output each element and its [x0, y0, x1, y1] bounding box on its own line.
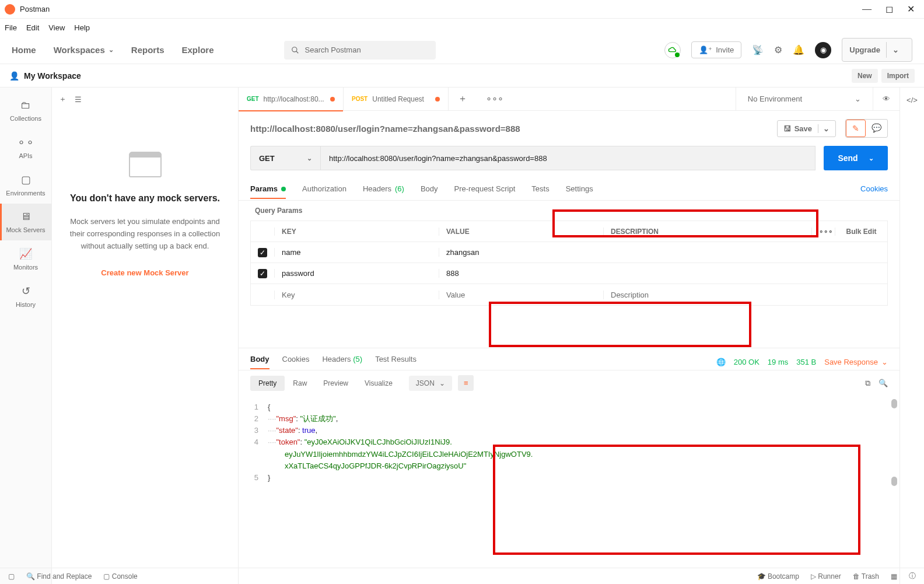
- nav-reports[interactable]: Reports: [131, 45, 164, 55]
- global-search[interactable]: Search Postman: [284, 41, 436, 60]
- bootcamp-button[interactable]: 🎓 Bootcamp: [757, 572, 799, 580]
- fmt-preview[interactable]: Preview: [315, 376, 356, 391]
- fmt-visualize[interactable]: Visualize: [356, 376, 401, 391]
- sidebar: 🗀Collections ⚬⚬APIs ▢Environments 🖥Mock …: [0, 88, 52, 584]
- search-response-icon[interactable]: 🔍: [878, 379, 888, 388]
- sidebar-item-collections[interactable]: 🗀Collections: [0, 92, 51, 129]
- scrollbar[interactable]: [891, 399, 897, 408]
- environment-selector[interactable]: No Environment⌄: [736, 88, 873, 111]
- bulk-edit-link[interactable]: Bulk Edit: [835, 228, 887, 236]
- sidebar-item-monitors[interactable]: 📈Monitors: [0, 240, 51, 278]
- edit-icon[interactable]: ✎: [846, 120, 866, 137]
- satellite-icon[interactable]: 📡: [752, 44, 764, 55]
- minimize-icon[interactable]: —: [862, 4, 872, 15]
- method-badge: POST: [352, 96, 368, 102]
- tab-headers[interactable]: Headers (6): [363, 181, 404, 199]
- tab-tests[interactable]: Tests: [531, 181, 549, 199]
- sidebar-item-apis[interactable]: ⚬⚬APIs: [0, 129, 51, 166]
- invite-button[interactable]: 👤⁺Invite: [691, 41, 741, 58]
- format-select[interactable]: JSON⌄: [409, 376, 452, 391]
- copy-icon[interactable]: ⧉: [865, 379, 870, 388]
- response-tab-tests[interactable]: Test Results: [375, 355, 416, 369]
- comment-icon[interactable]: 💬: [866, 120, 887, 137]
- cookies-link[interactable]: Cookies: [860, 181, 888, 199]
- nav-workspaces[interactable]: Workspaces⌄: [54, 45, 114, 55]
- add-icon[interactable]: ＋: [59, 94, 66, 104]
- wrap-lines-icon[interactable]: ≡: [458, 375, 474, 391]
- nav-explore[interactable]: Explore: [181, 45, 214, 55]
- close-icon[interactable]: ✕: [907, 4, 915, 15]
- upgrade-button[interactable]: Upgrade⌄: [842, 38, 912, 62]
- menu-edit[interactable]: Edit: [26, 23, 39, 32]
- param-row-empty[interactable]: Key Value Description: [251, 284, 887, 305]
- gear-icon[interactable]: ⚙: [774, 44, 782, 55]
- runner-button[interactable]: ▷ Runner: [811, 572, 841, 580]
- request-subtabs: Params Authorization Headers (6) Body Pr…: [239, 180, 900, 201]
- fmt-pretty[interactable]: Pretty: [250, 376, 285, 391]
- menu-view[interactable]: View: [48, 23, 65, 32]
- window-controls: — ◻ ✕: [862, 4, 919, 15]
- param-row[interactable]: ✓ password 888: [251, 263, 887, 284]
- tab-prerequest[interactable]: Pre-request Script: [454, 181, 516, 199]
- layout-icon[interactable]: ▦: [891, 572, 897, 580]
- avatar[interactable]: ◉: [815, 42, 831, 58]
- mock-panel: ＋ ☰ You don't have any mock servers. Moc…: [52, 88, 239, 584]
- globe-icon[interactable]: 🌐: [716, 358, 726, 366]
- response-tab-headers[interactable]: Headers (5): [322, 355, 362, 369]
- chevron-down-icon: ⌄: [307, 155, 312, 162]
- scrollbar[interactable]: [891, 477, 897, 486]
- more-options-button[interactable]: ∘∘∘: [811, 228, 835, 236]
- menubar: File Edit View Help: [0, 19, 924, 36]
- send-button[interactable]: Send⌄: [824, 146, 888, 170]
- query-params-title: Query Params: [239, 201, 900, 221]
- checkbox-checked-icon[interactable]: ✓: [258, 269, 267, 278]
- param-row[interactable]: ✓ name zhangsan: [251, 242, 887, 263]
- chevron-down-icon: ⌄: [881, 358, 888, 366]
- code-panel-toggle[interactable]: </>: [900, 88, 924, 584]
- sidebar-item-environments[interactable]: ▢Environments: [0, 166, 51, 204]
- console-button[interactable]: ▢ Console: [103, 572, 137, 580]
- maximize-icon[interactable]: ◻: [886, 4, 893, 15]
- response-tab-body[interactable]: Body: [250, 355, 270, 369]
- sidebar-item-mock-servers[interactable]: 🖥Mock Servers: [0, 204, 51, 240]
- tab-body[interactable]: Body: [421, 181, 438, 199]
- http-method-select[interactable]: GET⌄: [250, 146, 320, 170]
- footer: ▢ 🔍 Find and Replace ▢ Console 🎓 Bootcam…: [0, 568, 924, 584]
- create-mock-link[interactable]: Create new Mock Server: [101, 268, 188, 277]
- tab-request-2[interactable]: POST Untitled Request: [344, 88, 449, 111]
- response-tab-cookies[interactable]: Cookies: [282, 355, 310, 369]
- save-response-button[interactable]: Save Response⌄: [824, 358, 888, 366]
- find-replace-button[interactable]: 🔍 Find and Replace: [26, 572, 92, 580]
- environment-quicklook-icon[interactable]: 👁: [873, 88, 900, 111]
- request-tabs: GET http://localhost:80... POST Untitled…: [239, 88, 900, 111]
- import-button[interactable]: Import: [881, 69, 915, 83]
- bell-icon[interactable]: 🔔: [793, 44, 804, 55]
- new-tab-button[interactable]: ＋: [449, 93, 477, 105]
- save-icon: 🖫: [783, 124, 791, 133]
- tab-request-1[interactable]: GET http://localhost:80...: [239, 88, 344, 111]
- menu-help[interactable]: Help: [74, 23, 90, 32]
- response-body[interactable]: 1{ 2····"msg": "认证成功", 3····"state": tru…: [239, 396, 900, 489]
- save-button[interactable]: 🖫Save⌄: [777, 120, 836, 137]
- fmt-raw[interactable]: Raw: [285, 376, 315, 391]
- trash-button[interactable]: 🗑 Trash: [853, 572, 879, 580]
- person-icon: 👤: [9, 71, 19, 81]
- filter-icon[interactable]: ☰: [75, 95, 82, 104]
- tab-authorization[interactable]: Authorization: [302, 181, 346, 199]
- user-plus-icon: 👤⁺: [699, 46, 712, 54]
- sidebar-toggle-icon[interactable]: ▢: [8, 572, 15, 580]
- url-input[interactable]: http://localhost:8080/user/login?name=zh…: [320, 146, 816, 170]
- tab-params[interactable]: Params: [250, 181, 286, 199]
- checkbox-checked-icon[interactable]: ✓: [258, 248, 267, 257]
- tab-options-button[interactable]: ∘∘∘: [477, 93, 513, 104]
- sidebar-item-history[interactable]: ↺History: [0, 278, 51, 315]
- tab-settings[interactable]: Settings: [566, 181, 593, 199]
- menu-file[interactable]: File: [5, 23, 17, 32]
- nav-home[interactable]: Home: [12, 45, 36, 55]
- help-icon[interactable]: ⓘ: [909, 571, 916, 581]
- chevron-down-icon: ⌄: [886, 42, 905, 58]
- new-button[interactable]: New: [852, 69, 878, 83]
- workspace-name[interactable]: 👤 My Workspace: [9, 71, 81, 81]
- annotation-highlight: [489, 302, 751, 347]
- sync-icon[interactable]: [664, 42, 681, 58]
